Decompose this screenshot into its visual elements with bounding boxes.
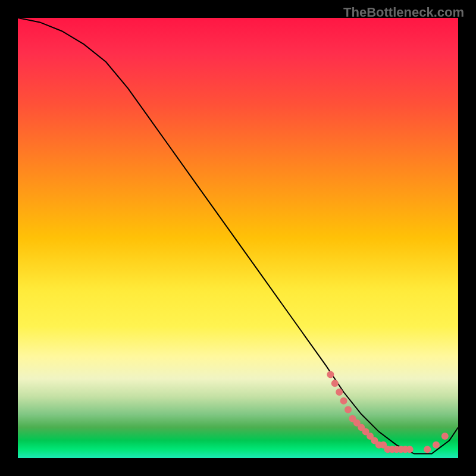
marker-point — [424, 446, 431, 453]
watermark-text: TheBottleneck.com — [343, 5, 464, 20]
bottleneck-curve-path — [18, 18, 458, 454]
marker-point — [331, 380, 339, 387]
chart-frame: TheBottleneck.com — [0, 0, 476, 476]
plot-area — [18, 18, 458, 458]
marker-point — [406, 446, 414, 453]
marker-point — [340, 397, 347, 405]
marker-group — [327, 371, 448, 453]
marker-point — [345, 406, 352, 414]
marker-point — [336, 389, 343, 396]
marker-point — [433, 441, 440, 449]
marker-point — [441, 433, 449, 440]
marker-point — [327, 371, 334, 378]
chart-svg — [18, 18, 458, 458]
